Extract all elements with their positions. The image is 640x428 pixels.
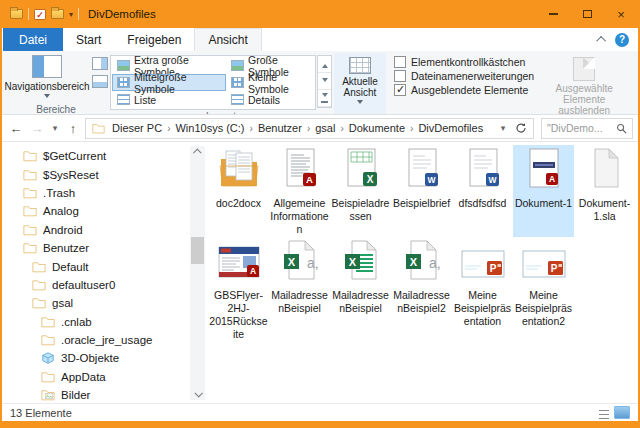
file-tile[interactable]: doc2docx <box>208 145 269 237</box>
show-hide-checkboxes: Elementkontrollkästchen Dateinamenerweit… <box>386 53 538 101</box>
help-icon[interactable]: ? <box>615 33 629 47</box>
file-tile[interactable]: MailadressenBeispiel <box>269 237 330 329</box>
tree-item[interactable]: AppData <box>2 368 206 386</box>
back-icon[interactable]: ← <box>7 121 25 136</box>
layout-option[interactable]: Details <box>226 91 314 108</box>
forward-icon[interactable]: → <box>28 121 46 136</box>
preview-pane-icon[interactable] <box>92 57 108 70</box>
navigation-pane-button[interactable]: Navigationsbereich <box>4 53 90 103</box>
tree-item[interactable]: $GetCurrent <box>2 147 206 165</box>
tree-item[interactable]: Bilder <box>2 386 206 403</box>
scroll-up-icon[interactable] <box>195 146 201 158</box>
up-icon[interactable]: ↑ <box>64 121 82 136</box>
breadcrumb-item[interactable]: DivDemofiles › <box>414 122 487 134</box>
close-button[interactable]: × <box>604 0 638 28</box>
file-name: Beispielbrief <box>393 197 450 210</box>
ribbon-tab[interactable]: Start <box>63 28 114 51</box>
breadcrumb-item[interactable]: Benutzer › <box>254 122 311 134</box>
qat-dropdown-icon[interactable]: ▾ <box>69 10 73 19</box>
checkbox-label: Elementkontrollkästchen <box>411 56 525 68</box>
tree-item[interactable]: Benutzer <box>2 239 206 257</box>
breadcrumb-item[interactable]: gsal › <box>311 122 345 134</box>
current-view-button[interactable]: Aktuelle Ansicht <box>334 53 386 109</box>
scrollbar-thumb[interactable] <box>191 237 204 264</box>
file-tile[interactable]: Allgemeine Informationen <box>269 145 330 237</box>
layout-option[interactable]: Mittelgroße Symbole <box>112 74 226 91</box>
file-tile[interactable]: MailadressenBeispiel2 <box>391 237 452 329</box>
scroll-up-icon[interactable] <box>318 56 331 73</box>
breadcrumb[interactable]: Dieser PC › Win10sys (C:) › Benutzer › <box>85 118 534 139</box>
tab-datei[interactable]: Datei <box>3 28 63 51</box>
new-folder-icon[interactable] <box>51 9 64 19</box>
minimize-button[interactable] <box>536 0 570 28</box>
checkbox-row[interactable]: Dateinamenerweiterungen <box>394 70 534 82</box>
ribbon-tabs: Start Freigeben Ansicht <box>63 28 262 51</box>
file-tile[interactable]: Meine Beispielpräsentation <box>452 237 513 329</box>
scroll-down-icon[interactable] <box>195 388 201 400</box>
scroll-down-icon[interactable] <box>318 73 331 90</box>
tree-scrollbar[interactable] <box>190 146 205 400</box>
search-input[interactable]: "DivDemo... <box>541 118 633 139</box>
thumbnail-view-icon[interactable] <box>614 406 630 419</box>
file-tile[interactable]: Beispielbrief <box>391 145 452 237</box>
layout-option-icon <box>117 60 130 71</box>
navigation-pane-icon <box>32 55 62 78</box>
tree-item-label: Android <box>43 224 83 236</box>
breadcrumb-label: DivDemofiles <box>414 122 487 134</box>
checkbox-row[interactable]: Elementkontrollkästchen <box>394 56 534 68</box>
folder-icon <box>41 370 55 384</box>
tree-item[interactable]: Analog <box>2 202 206 220</box>
navigation-pane: $GetCurrent $SysReset .Trash Ana <box>2 142 206 403</box>
tree-item[interactable]: .cnlab <box>2 313 206 331</box>
file-tile[interactable]: Beispieladressen <box>330 145 391 237</box>
file-tile[interactable]: Dokument-1 <box>513 145 574 237</box>
layout-option[interactable]: Kleine Symbole <box>226 74 314 91</box>
breadcrumb-label: Dokumente <box>345 122 409 134</box>
file-type-icon <box>338 239 384 289</box>
search-icon[interactable] <box>616 123 627 134</box>
checkbox-row[interactable]: Ausgeblendete Elemente <box>394 84 534 96</box>
file-icon-box <box>208 239 269 289</box>
layout-option-icon <box>231 77 244 88</box>
details-view-icon[interactable] <box>596 407 610 419</box>
refresh-icon[interactable] <box>515 122 527 134</box>
tree-item[interactable]: gsal <box>2 294 206 312</box>
address-dropdown-icon[interactable]: ▾ <box>497 123 509 133</box>
tree-item[interactable]: 3D-Objekte <box>2 349 206 367</box>
breadcrumb-item[interactable]: Dieser PC › <box>108 122 171 134</box>
file-list: doc2docx Allgemeine Informationen Beispi… <box>206 142 638 403</box>
item-count: 13 Elemente <box>10 407 72 419</box>
ribbon-tab-row: Datei Start Freigeben Ansicht ? <box>2 28 638 51</box>
file-tile[interactable]: Dokument-1.sla <box>574 145 635 237</box>
ribbon-tab[interactable]: Ansicht <box>194 28 261 51</box>
layout-option[interactable]: Liste <box>112 91 226 108</box>
group-ein-ausblenden: Elementkontrollkästchen Dateinamenerweit… <box>386 53 630 114</box>
properties-icon[interactable]: ✓ <box>34 9 46 20</box>
file-name: Beispieladressen <box>331 197 391 223</box>
file-tile[interactable]: Meine Beispielpräsentation2 <box>513 237 574 329</box>
file-tile[interactable]: GBSFlyer-2HJ-2015Rückseite <box>208 237 269 329</box>
options-button[interactable]: Optionen <box>632 53 638 103</box>
hide-selected-button[interactable]: Ausgewählte Elemente ausblenden <box>538 53 630 115</box>
tree-item[interactable]: Default <box>2 257 206 275</box>
tree-item[interactable]: $SysReset <box>2 165 206 183</box>
breadcrumb-item[interactable]: Win10sys (C:) › <box>171 122 253 134</box>
layout-more-icon[interactable] <box>318 90 331 107</box>
tree-item[interactable]: .Trash <box>2 184 206 202</box>
tree-item[interactable]: Android <box>2 221 206 239</box>
tree-item[interactable]: .oracle_jre_usage <box>2 331 206 349</box>
collapse-ribbon-icon[interactable] <box>596 36 606 46</box>
maximize-button[interactable] <box>570 0 604 28</box>
file-icon-box <box>330 147 391 197</box>
tree-item-label: $GetCurrent <box>43 150 106 162</box>
details-pane-icon[interactable] <box>92 75 108 88</box>
tree-item-label: $SysReset <box>43 169 99 181</box>
file-name: Dokument-1.sla <box>575 197 635 223</box>
view-switcher <box>596 406 630 419</box>
history-dropdown-icon[interactable]: ▾ <box>49 123 61 133</box>
ribbon-tab[interactable]: Freigeben <box>114 28 194 51</box>
tree-item[interactable]: defaultuser0 <box>2 276 206 294</box>
file-tile[interactable]: dfsdfsdfsd <box>452 145 513 237</box>
breadcrumb-item[interactable]: Dokumente › <box>345 122 415 134</box>
file-tile[interactable]: MailadressenBeispiel <box>330 237 391 329</box>
